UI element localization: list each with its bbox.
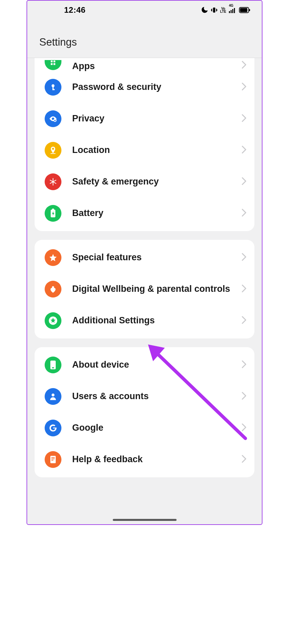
- settings-row-label: Battery: [72, 207, 231, 219]
- chevron-right-icon: [242, 177, 246, 186]
- home-indicator[interactable]: [113, 519, 177, 521]
- book-icon: [45, 451, 61, 468]
- chevron-right-icon: [242, 392, 246, 401]
- user-icon: [45, 388, 61, 405]
- settings-row-label: Help & feedback: [72, 453, 231, 465]
- svg-rect-11: [53, 63, 55, 65]
- settings-row-label: Special features: [72, 252, 231, 263]
- settings-row-additional[interactable]: Additional Settings: [35, 305, 254, 336]
- chevron-right-icon: [242, 253, 246, 262]
- chevron-right-icon: [242, 209, 246, 218]
- chevron-right-icon: [242, 316, 246, 325]
- svg-rect-16: [54, 120, 56, 121]
- svg-rect-0: [213, 8, 215, 13]
- star-icon: [45, 249, 61, 266]
- svg-rect-1: [229, 11, 230, 13]
- volte-icon: VoLTE: [220, 7, 226, 13]
- settings-group-3: About device Users & accounts Google: [35, 347, 254, 477]
- apps-icon: [45, 60, 61, 70]
- settings-row-label: Privacy: [72, 113, 231, 124]
- chevron-right-icon: [242, 61, 246, 70]
- settings-row-safety[interactable]: Safety & emergency: [35, 166, 254, 198]
- settings-row-label: Google: [72, 422, 231, 434]
- status-icons: VoLTE 4G: [201, 7, 250, 13]
- svg-rect-26: [51, 457, 55, 458]
- chevron-right-icon: [242, 114, 246, 123]
- svg-rect-4: [234, 8, 235, 13]
- battery-icon: [239, 7, 250, 13]
- settings-row-privacy[interactable]: Privacy: [35, 103, 254, 135]
- settings-row-location[interactable]: Location: [35, 135, 254, 166]
- svg-rect-14: [52, 89, 55, 90]
- chevron-right-icon: [242, 455, 246, 464]
- chevron-right-icon: [242, 423, 246, 433]
- device-frame: 12:46 VoLTE 4G Settings: [27, 0, 262, 525]
- asterisk-icon: [45, 173, 61, 190]
- settings-group-1: Apps Password & security Privacy: [35, 58, 254, 231]
- dnd-moon-icon: [201, 7, 208, 13]
- svg-rect-6: [240, 8, 247, 12]
- settings-row-digital[interactable]: Digital Wellbeing & parental controls: [35, 273, 254, 305]
- chevron-right-icon: [242, 83, 246, 92]
- svg-rect-3: [232, 9, 233, 13]
- signal-icon: 4G: [229, 7, 236, 13]
- chevron-right-icon: [242, 360, 246, 370]
- settings-row-label: Users & accounts: [72, 390, 231, 402]
- settings-row-password[interactable]: Password & security: [35, 71, 254, 103]
- settings-row-battery[interactable]: Battery: [35, 198, 254, 229]
- settings-row-label: About device: [72, 359, 231, 371]
- svg-rect-23: [52, 367, 54, 368]
- settings-row-help[interactable]: Help & feedback: [35, 444, 254, 475]
- page-title: Settings: [39, 36, 262, 48]
- svg-rect-9: [53, 60, 55, 62]
- settings-row-users[interactable]: Users & accounts: [35, 381, 254, 412]
- settings-row-about[interactable]: About device: [35, 349, 254, 381]
- chevron-right-icon: [242, 284, 246, 294]
- svg-rect-27: [51, 459, 55, 459]
- battery-row-icon: [45, 205, 61, 222]
- svg-rect-28: [51, 460, 53, 461]
- svg-rect-17: [50, 153, 55, 154]
- settings-row-label: Apps: [72, 60, 231, 71]
- status-time: 12:46: [64, 5, 86, 15]
- settings-row-label: Digital Wellbeing & parental controls: [72, 283, 231, 295]
- svg-rect-7: [249, 9, 250, 11]
- svg-rect-10: [51, 63, 53, 65]
- page-header: Settings: [27, 19, 262, 58]
- eye-lock-icon: [45, 110, 61, 127]
- vibrate-icon: [211, 7, 218, 13]
- chevron-right-icon: [242, 146, 246, 155]
- svg-rect-19: [52, 209, 54, 210]
- settings-row-label: Password & security: [72, 81, 231, 93]
- settings-row-special[interactable]: Special features: [35, 242, 254, 273]
- svg-rect-8: [51, 60, 53, 62]
- status-bar: 12:46 VoLTE 4G: [27, 1, 262, 19]
- settings-group-2: Special features Digital Wellbeing & par…: [35, 240, 254, 338]
- settings-row-label: Additional Settings: [72, 315, 231, 326]
- gear-star-icon: [45, 312, 61, 329]
- svg-rect-25: [50, 456, 56, 463]
- settings-row-apps[interactable]: Apps: [35, 60, 254, 71]
- pin-icon: [45, 142, 61, 159]
- settings-scroll-area[interactable]: Apps Password & security Privacy: [27, 58, 262, 487]
- svg-rect-2: [231, 10, 232, 13]
- heart-icon: [45, 281, 61, 298]
- settings-row-label: Safety & emergency: [72, 176, 231, 187]
- svg-point-24: [52, 393, 55, 396]
- key-icon: [45, 79, 61, 96]
- settings-row-label: Location: [72, 144, 231, 156]
- google-icon: [45, 420, 61, 436]
- device-icon: [45, 357, 61, 373]
- settings-row-google[interactable]: Google: [35, 412, 254, 444]
